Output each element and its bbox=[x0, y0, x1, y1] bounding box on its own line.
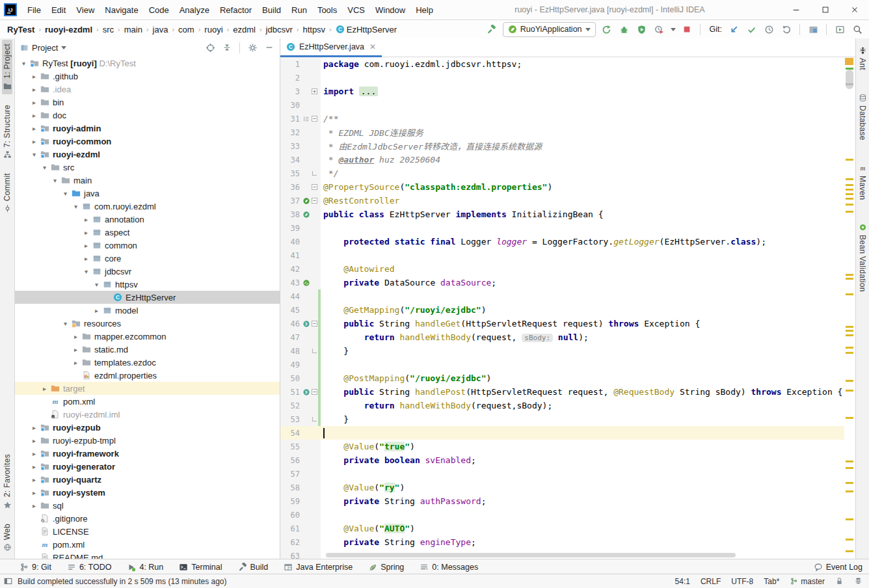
code-line[interactable]: 42 @Autowired bbox=[280, 262, 844, 276]
tree-row[interactable]: .gitignore bbox=[15, 512, 280, 525]
line-number[interactable]: 47 bbox=[280, 333, 300, 342]
collapsed-arrow-icon[interactable]: ▸ bbox=[29, 489, 39, 496]
collapsed-arrow-icon[interactable]: ▸ bbox=[81, 216, 91, 223]
line-number[interactable]: 58 bbox=[280, 483, 300, 492]
menu-help[interactable]: Help bbox=[410, 1, 438, 20]
code-text[interactable]: * EZDML JDBC连接服务 bbox=[321, 126, 423, 139]
error-stripe-mark[interactable] bbox=[846, 326, 853, 328]
error-stripe-mark[interactable] bbox=[846, 380, 853, 382]
error-stripe-mark[interactable] bbox=[846, 278, 853, 280]
error-stripe-mark[interactable] bbox=[846, 274, 853, 276]
code-text[interactable]: return handleWithBody(request,sBody); bbox=[321, 401, 552, 410]
run-button[interactable] bbox=[600, 23, 613, 36]
error-stripe-mark[interactable] bbox=[846, 330, 853, 332]
fold-marker[interactable] bbox=[311, 171, 318, 176]
code-line[interactable]: 50 @PostMapping("/ruoyi/ezjdbc") bbox=[280, 371, 844, 385]
line-number[interactable]: 1 bbox=[280, 60, 300, 69]
code-line[interactable]: 44 bbox=[280, 289, 844, 303]
line-number[interactable]: 61 bbox=[280, 524, 300, 533]
stop-button[interactable] bbox=[680, 23, 693, 36]
fold-marker[interactable]: − bbox=[311, 389, 318, 395]
line-number[interactable]: 36 bbox=[280, 183, 300, 192]
line-number[interactable]: 54 bbox=[280, 429, 300, 438]
settings-button[interactable] bbox=[246, 41, 259, 54]
stripe-button-1-project[interactable]: 1: Project bbox=[2, 40, 12, 94]
line-number[interactable]: 3 bbox=[280, 87, 300, 96]
collapsed-arrow-icon[interactable]: ▸ bbox=[81, 229, 91, 236]
code-line[interactable]: 39 bbox=[280, 221, 844, 235]
editor-scrollbar-thumb[interactable] bbox=[846, 70, 853, 89]
toolwindow-button-4-run[interactable]: 4: Run bbox=[127, 563, 163, 572]
line-number[interactable]: 45 bbox=[280, 306, 300, 315]
collapsed-arrow-icon[interactable]: ▸ bbox=[29, 138, 39, 145]
sp-bean-icon[interactable] bbox=[301, 197, 311, 205]
code-text[interactable]: private DataSource dataSource; bbox=[321, 278, 496, 287]
code-line[interactable]: 52 return handleWithBody(request,sBody); bbox=[280, 399, 844, 412]
event-log-button[interactable]: Event Log bbox=[814, 563, 862, 572]
tree-row[interactable]: ▸mapper.ezcommon bbox=[15, 330, 280, 343]
line-number[interactable]: 53 bbox=[280, 415, 300, 424]
line-number[interactable]: 43 bbox=[280, 278, 300, 287]
line-number[interactable]: 56 bbox=[280, 456, 300, 465]
line-number[interactable]: 31 bbox=[280, 114, 300, 124]
list-icon[interactable] bbox=[301, 115, 311, 123]
menu-tools[interactable]: Tools bbox=[312, 1, 342, 20]
tree-row[interactable]: ▾httpsv bbox=[15, 278, 280, 291]
collapsed-arrow-icon[interactable]: ▸ bbox=[29, 112, 39, 119]
error-stripe-mark[interactable] bbox=[846, 293, 853, 295]
line-number[interactable]: 59 bbox=[280, 497, 300, 506]
expanded-arrow-icon[interactable]: ▾ bbox=[29, 151, 39, 158]
line-number[interactable]: 60 bbox=[280, 511, 300, 520]
error-stripe-mark[interactable] bbox=[846, 193, 853, 195]
code-line[interactable]: 51− public String handlePost(HttpServlet… bbox=[280, 385, 844, 399]
line-number[interactable]: 51 bbox=[280, 388, 300, 397]
code-line[interactable]: 46− public String handleGet(HttpServletR… bbox=[280, 317, 844, 330]
error-stripe-mark[interactable] bbox=[846, 204, 853, 206]
tree-row[interactable]: ▾RyTest [ruoyi] D:\RyTest bbox=[15, 57, 280, 70]
menu-view[interactable]: View bbox=[71, 1, 100, 20]
fold-marker[interactable] bbox=[311, 417, 318, 421]
caret-position[interactable]: 54:1 bbox=[675, 577, 690, 586]
project-panel-title-button[interactable]: Project bbox=[19, 43, 68, 53]
tree-row[interactable]: ▾src bbox=[15, 161, 280, 174]
code-text[interactable]: * 由EzdmlJdbcServer转移改造，直接连接系统数据源 bbox=[321, 140, 542, 152]
collapsed-arrow-icon[interactable]: ▸ bbox=[29, 424, 39, 431]
tree-row[interactable]: ▾com.ruoyi.ezdml bbox=[15, 200, 280, 213]
collapsed-arrow-icon[interactable]: ▸ bbox=[71, 346, 81, 353]
tree-row[interactable]: ▸ruoyi-system bbox=[15, 486, 280, 499]
inspection-indicator[interactable] bbox=[845, 58, 853, 65]
line-number[interactable]: 38 bbox=[280, 210, 300, 219]
collapsed-arrow-icon[interactable]: ▸ bbox=[71, 333, 81, 340]
minimize-button[interactable] bbox=[781, 1, 810, 20]
code-line[interactable]: 61 @Value("AUTO") bbox=[280, 522, 844, 535]
tree-row[interactable]: ▾main bbox=[15, 174, 280, 187]
stripe-button-bean-validation[interactable]: Bean Validation bbox=[857, 219, 868, 296]
toolwindow-button-9-git[interactable]: 9: Git bbox=[20, 563, 51, 572]
code-line[interactable]: 35 */ bbox=[280, 167, 844, 180]
menu-refactor[interactable]: Refactor bbox=[215, 1, 257, 20]
line-number[interactable]: 49 bbox=[280, 360, 300, 369]
error-stripe-mark[interactable] bbox=[846, 347, 853, 349]
menu-run[interactable]: Run bbox=[286, 1, 312, 20]
error-stripe-mark[interactable] bbox=[846, 198, 853, 200]
locate-file-button[interactable] bbox=[204, 41, 217, 54]
line-number[interactable]: 32 bbox=[280, 128, 300, 137]
code-text[interactable]: @GetMapping("/ruoyi/ezjdbc") bbox=[321, 305, 486, 315]
stripe-button-2-favorites[interactable]: 2: Favorites bbox=[2, 450, 12, 513]
inspection-profile-icon[interactable] bbox=[854, 577, 862, 585]
code-text[interactable]: return handleWithBody(request, sBody: nu… bbox=[321, 332, 589, 342]
code-text[interactable]: @Value("AUTO") bbox=[321, 524, 415, 533]
error-stripe-mark[interactable] bbox=[846, 334, 853, 336]
code-text[interactable]: private String authPassword; bbox=[321, 496, 486, 506]
breadcrumb-item[interactable]: src bbox=[102, 25, 114, 34]
code-text[interactable]: @Value("true") bbox=[321, 442, 415, 451]
error-stripe-mark[interactable] bbox=[846, 539, 853, 541]
tree-row[interactable]: ▸ruoyi-quartz bbox=[15, 473, 280, 486]
menu-code[interactable]: Code bbox=[144, 1, 174, 20]
indent-style[interactable]: Tab* bbox=[764, 577, 779, 586]
error-stripe-mark[interactable] bbox=[846, 159, 853, 161]
tree-row[interactable]: ▸bin bbox=[15, 96, 280, 109]
code-line[interactable]: 55 @Value("true") bbox=[280, 440, 844, 453]
fold-marker[interactable]: − bbox=[311, 116, 318, 122]
code-line[interactable]: 62 private String engineType; bbox=[280, 535, 844, 549]
